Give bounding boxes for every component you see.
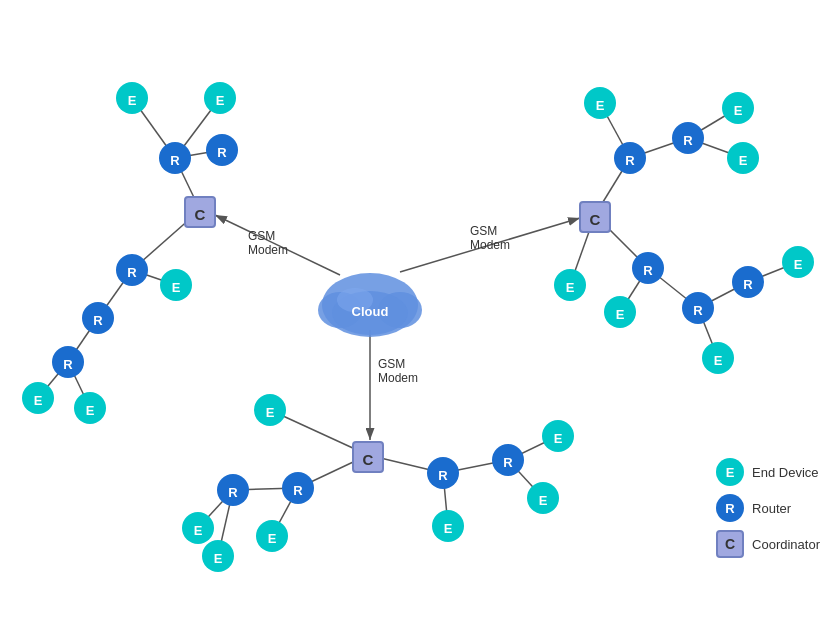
svg-text:Modem: Modem (378, 371, 418, 385)
legend: E End Device R Router C Coordinator (716, 458, 820, 558)
legend-coordinator: C Coordinator (716, 530, 820, 558)
svg-text:E: E (216, 93, 225, 108)
svg-text:R: R (293, 483, 303, 498)
svg-text:E: E (194, 523, 203, 538)
svg-text:R: R (683, 133, 693, 148)
svg-text:E: E (596, 98, 605, 113)
svg-text:E: E (268, 531, 277, 546)
svg-text:Cloud: Cloud (352, 304, 389, 319)
svg-text:E: E (214, 551, 223, 566)
svg-text:R: R (217, 145, 227, 160)
legend-router: R Router (716, 494, 820, 522)
svg-text:R: R (643, 263, 653, 278)
svg-text:E: E (794, 257, 803, 272)
svg-text:E: E (444, 521, 453, 536)
legend-end-device: E End Device (716, 458, 820, 486)
svg-text:E: E (734, 103, 743, 118)
legend-router-icon: R (716, 494, 744, 522)
svg-text:E: E (739, 153, 748, 168)
svg-text:E: E (616, 307, 625, 322)
svg-text:E: E (34, 393, 43, 408)
svg-text:E: E (266, 405, 275, 420)
legend-end-device-icon: E (716, 458, 744, 486)
svg-text:R: R (503, 455, 513, 470)
svg-text:E: E (128, 93, 137, 108)
svg-text:R: R (93, 313, 103, 328)
svg-text:GSM: GSM (378, 357, 405, 371)
svg-text:GSM: GSM (248, 229, 275, 243)
cloud-node: Cloud (318, 273, 422, 337)
legend-coordinator-label: Coordinator (752, 537, 820, 552)
svg-text:R: R (127, 265, 137, 280)
svg-text:E: E (86, 403, 95, 418)
svg-text:R: R (228, 485, 238, 500)
network-diagram: Cloud GSM Modem GSM Modem GSM Modem C C … (0, 0, 840, 618)
svg-text:E: E (539, 493, 548, 508)
svg-text:Modem: Modem (470, 238, 510, 252)
svg-text:R: R (743, 277, 753, 292)
svg-text:R: R (438, 468, 448, 483)
svg-text:R: R (63, 357, 73, 372)
svg-text:R: R (625, 153, 635, 168)
svg-text:E: E (554, 431, 563, 446)
svg-text:C: C (590, 211, 601, 228)
legend-coordinator-icon: C (716, 530, 744, 558)
svg-text:R: R (693, 303, 703, 318)
svg-text:R: R (170, 153, 180, 168)
svg-text:GSM: GSM (470, 224, 497, 238)
svg-text:C: C (195, 206, 206, 223)
svg-text:Modem: Modem (248, 243, 288, 257)
svg-text:E: E (172, 280, 181, 295)
svg-text:C: C (363, 451, 374, 468)
svg-text:E: E (714, 353, 723, 368)
legend-end-device-label: End Device (752, 465, 818, 480)
svg-text:E: E (566, 280, 575, 295)
legend-router-label: Router (752, 501, 791, 516)
